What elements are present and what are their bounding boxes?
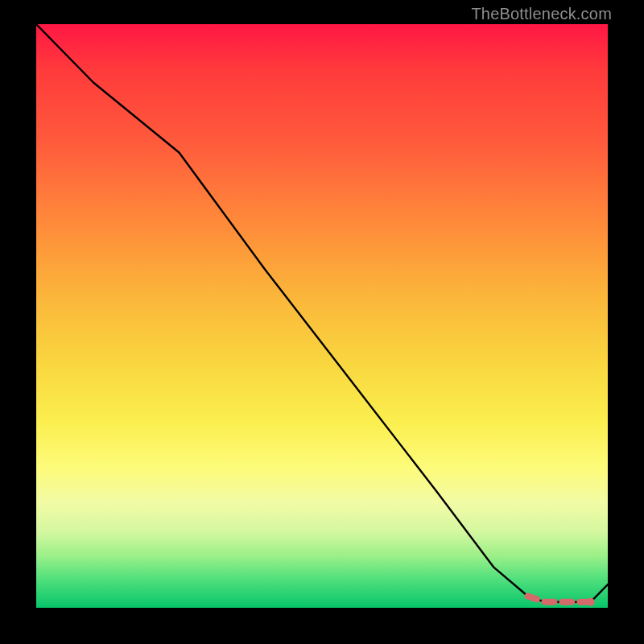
series-main-line	[36, 24, 608, 602]
watermark-label: TheBottleneck.com	[471, 5, 612, 23]
bottleneck-line-chart	[36, 24, 608, 608]
series-highlight-end-dot	[587, 598, 595, 606]
series-highlight-line	[528, 597, 591, 602]
plot-area	[36, 24, 608, 608]
chart-frame: TheBottleneck.com	[0, 0, 644, 644]
